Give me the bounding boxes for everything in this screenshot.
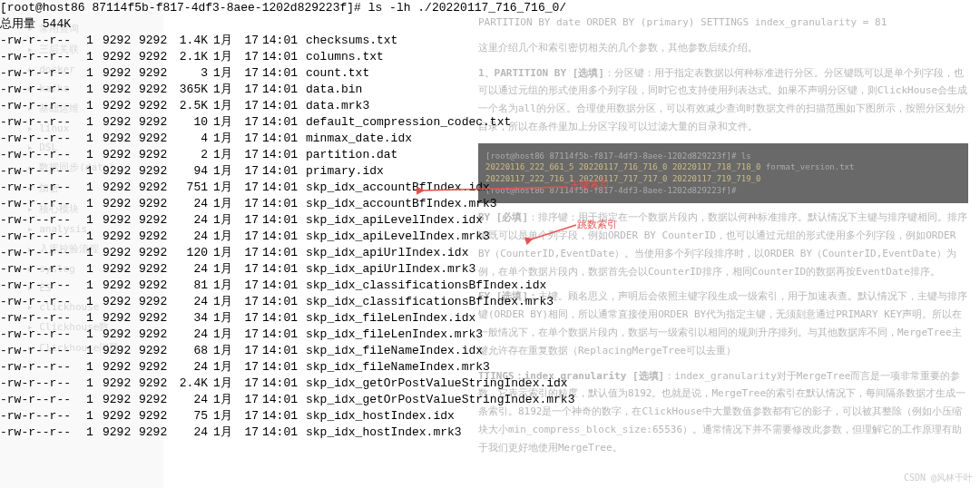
month: 1月 [213,245,239,261]
ls-row: -rw-r--r--19292929221月1714:01partition.d… [0,147,635,163]
links: 1 [86,359,103,376]
ls-row: -rw-r--r--192929292241月1714:01skp_idx_fi… [0,359,635,376]
day: 17 [239,49,262,65]
perm: -rw-r--r-- [0,294,86,310]
month: 1月 [213,65,239,82]
month: 1月 [213,196,239,212]
month: 1月 [213,114,239,131]
perm: -rw-r--r-- [0,98,86,114]
day: 17 [239,359,262,376]
ls-row: -rw-r--r--1929292922.1K1月1714:01columns.… [0,49,635,65]
size: 4 [175,131,213,147]
size: 2.1K [175,49,213,65]
month: 1月 [213,294,239,310]
size: 24 [175,392,213,408]
group: 9292 [139,294,175,310]
group: 9292 [139,131,175,147]
perm: -rw-r--r-- [0,310,86,327]
perm: -rw-r--r-- [0,425,86,441]
ls-row: -rw-r--r--192929292751月1714:01skp_idx_ho… [0,408,635,425]
size: 2.5K [175,98,213,114]
links: 1 [86,180,103,196]
perm: -rw-r--r-- [0,376,86,392]
links: 1 [86,65,103,82]
time: 14:01 [262,147,306,163]
filename: skp_idx_accountBfIndex.mrk3 [306,196,497,212]
day: 17 [239,245,262,261]
ls-row: -rw-r--r--1929292922.4K1月1714:01skp_idx_… [0,376,635,392]
month: 1月 [213,33,239,49]
time: 14:01 [262,343,306,359]
prompt-line[interactable]: [root@host86 87114f5b-f817-4df3-8aee-120… [0,0,635,16]
month: 1月 [213,180,239,196]
time: 14:01 [262,82,306,98]
owner: 9292 [103,33,139,49]
links: 1 [86,163,103,180]
owner: 9292 [103,49,139,65]
group: 9292 [139,343,175,359]
links: 1 [86,343,103,359]
owner: 9292 [103,196,139,212]
ls-row: -rw-r--r--192929292241月1714:01skp_idx_ap… [0,212,635,229]
filename: skp_idx_apiLevelIndex.idx [306,212,483,229]
size: 24 [175,359,213,376]
group: 9292 [139,65,175,82]
owner: 9292 [103,131,139,147]
shell-prompt: [root@host86 87114f5b-f817-4df3-8aee-120… [0,0,361,16]
ls-row: -rw-r--r--192929292941月1714:01primary.id… [0,163,635,180]
group: 9292 [139,163,175,180]
month: 1月 [213,82,239,98]
filename: skp_idx_apiLevelIndex.mrk3 [306,229,490,245]
size: 34 [175,310,213,327]
links: 1 [86,327,103,343]
perm: -rw-r--r-- [0,163,86,180]
group: 9292 [139,245,175,261]
day: 17 [239,392,262,408]
group: 9292 [139,261,175,278]
filename: skp_idx_fileLenIndex.mrk3 [306,327,483,343]
perm: -rw-r--r-- [0,278,86,294]
perm: -rw-r--r-- [0,229,86,245]
ls-row: -rw-r--r--192929292241月1714:01skp_idx_ap… [0,261,635,278]
links: 1 [86,294,103,310]
month: 1月 [213,310,239,327]
owner: 9292 [103,392,139,408]
links: 1 [86,33,103,49]
owner: 9292 [103,294,139,310]
perm: -rw-r--r-- [0,392,86,408]
owner: 9292 [103,376,139,392]
day: 17 [239,278,262,294]
month: 1月 [213,408,239,425]
month: 1月 [213,49,239,65]
size: 24 [175,229,213,245]
day: 17 [239,229,262,245]
filename: skp_idx_apiUrlIndex.idx [306,245,468,261]
terminal-output[interactable]: [root@host86 87114f5b-f817-4df3-8aee-120… [0,0,635,441]
filename: skp_idx_getOrPostValueStringIndex.mrk3 [306,392,574,408]
size: 24 [175,294,213,310]
size: 2.4K [175,376,213,392]
group: 9292 [139,82,175,98]
time: 14:01 [262,392,306,408]
owner: 9292 [103,114,139,131]
filename: skp_idx_classificationsBfIndex.idx [306,278,546,294]
group: 9292 [139,33,175,49]
day: 17 [239,114,262,131]
day: 17 [239,65,262,82]
owner: 9292 [103,163,139,180]
links: 1 [86,82,103,98]
annotation-skip: 跳数索引 [577,218,617,231]
month: 1月 [213,147,239,163]
ls-row: -rw-r--r--192929292101月1714:01default_co… [0,114,635,131]
perm: -rw-r--r-- [0,245,86,261]
ls-row: -rw-r--r--1929292921201月1714:01skp_idx_a… [0,245,635,261]
perm: -rw-r--r-- [0,408,86,425]
size: 81 [175,278,213,294]
links: 1 [86,408,103,425]
group: 9292 [139,425,175,441]
perm: -rw-r--r-- [0,65,86,82]
owner: 9292 [103,65,139,82]
perm: -rw-r--r-- [0,327,86,343]
time: 14:01 [262,131,306,147]
day: 17 [239,196,262,212]
